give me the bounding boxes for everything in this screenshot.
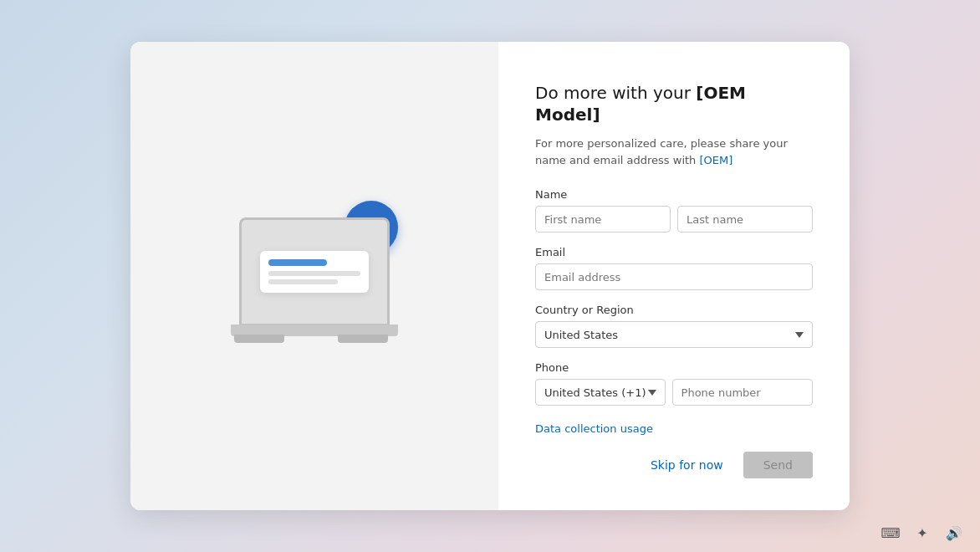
laptop-foot-left — [234, 335, 284, 343]
chat-bar-gray1 — [268, 271, 360, 276]
name-field-row — [535, 206, 813, 233]
volume-icon[interactable]: 🔊 — [945, 524, 963, 542]
phone-label: Phone — [535, 361, 813, 374]
email-field-group: Email — [535, 246, 813, 290]
settings-icon[interactable]: ✦ — [913, 524, 932, 542]
subtitle-text: For more personalized care, please share… — [535, 137, 788, 166]
phone-field-row: United States (+1) Canada (+1) United Ki… — [535, 379, 813, 406]
keyboard-icon[interactable]: ⌨ — [881, 524, 900, 542]
email-label: Email — [535, 246, 813, 258]
skip-button[interactable]: Skip for now — [641, 453, 733, 477]
title-prefix: Do more with your — [535, 83, 696, 103]
name-field-group: Name — [535, 188, 813, 233]
name-label: Name — [535, 188, 813, 201]
taskbar: ⌨ ✦ 🔊 — [881, 524, 963, 542]
laptop-foot-right — [338, 335, 388, 343]
country-select[interactable]: United States Canada United Kingdom Aust… — [535, 321, 813, 348]
chat-bar-blue — [268, 259, 327, 266]
oem-link: [OEM] — [700, 154, 733, 166]
phone-country-select[interactable]: United States (+1) Canada (+1) United Ki… — [535, 379, 666, 406]
main-dialog: I Do more with your [OEM Model] For more… — [130, 42, 850, 510]
chat-card — [260, 251, 369, 293]
phone-number-input[interactable] — [672, 379, 813, 406]
laptop-screen — [239, 217, 390, 326]
page-title: Do more with your [OEM Model] — [535, 82, 813, 125]
data-collection-link[interactable]: Data collection usage — [535, 422, 813, 435]
illustration-panel: I — [130, 42, 498, 510]
button-row: Skip for now Send — [535, 452, 813, 478]
laptop-illustration: I — [222, 192, 406, 360]
first-name-input[interactable] — [535, 206, 671, 233]
chat-bar-gray2 — [268, 279, 338, 284]
send-button[interactable]: Send — [743, 452, 813, 478]
last-name-input[interactable] — [677, 206, 813, 233]
form-panel: Do more with your [OEM Model] For more p… — [498, 42, 850, 510]
phone-field-group: Phone United States (+1) Canada (+1) Uni… — [535, 361, 813, 406]
country-label: Country or Region — [535, 304, 813, 316]
email-input[interactable] — [535, 263, 813, 290]
country-field-group: Country or Region United States Canada U… — [535, 304, 813, 348]
page-subtitle: For more personalized care, please share… — [535, 135, 813, 168]
